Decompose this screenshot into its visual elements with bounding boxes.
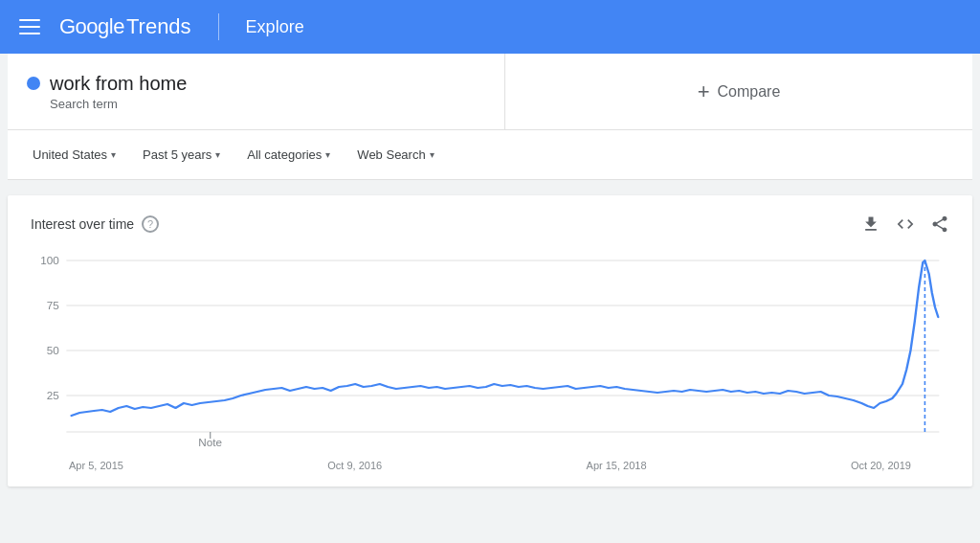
- search-area: work from home Search term + Compare: [8, 54, 972, 130]
- time-filter[interactable]: Past 5 years ▾: [133, 142, 230, 168]
- trend-chart: 100 75 50 25 Note: [31, 245, 949, 456]
- xaxis-label-2: Oct 9, 2016: [327, 460, 382, 471]
- xaxis-labels: Apr 5, 2015 Oct 9, 2016 Apr 15, 2018 Oct…: [31, 456, 949, 471]
- svg-text:100: 100: [40, 255, 59, 266]
- search-type-filter-label: Web Search: [357, 147, 425, 162]
- svg-text:Note: Note: [198, 437, 222, 448]
- compare-plus-icon: +: [698, 79, 710, 104]
- region-filter[interactable]: United States ▾: [23, 142, 125, 168]
- search-term-top: work from home: [27, 73, 485, 95]
- filters-bar: United States ▾ Past 5 years ▾ All categ…: [8, 130, 972, 180]
- header-divider: [218, 13, 219, 40]
- chart-container: 100 75 50 25 Note: [31, 245, 949, 456]
- menu-icon[interactable]: [15, 15, 44, 38]
- search-type-filter[interactable]: Web Search ▾: [347, 142, 443, 168]
- svg-text:50: 50: [47, 345, 59, 356]
- svg-text:75: 75: [47, 300, 59, 311]
- share-button[interactable]: [930, 215, 949, 234]
- chart-section: Interest over time ? 100 75 50 25: [8, 195, 972, 486]
- trends-logo: Trends: [126, 14, 191, 39]
- search-term-text: work from home: [50, 73, 187, 95]
- embed-button[interactable]: [896, 215, 915, 234]
- google-logo: Google: [59, 14, 124, 39]
- download-button[interactable]: [861, 215, 880, 234]
- svg-text:25: 25: [47, 390, 59, 401]
- compare-label: Compare: [718, 83, 781, 101]
- explore-label: Explore: [246, 17, 304, 37]
- category-filter-label: All categories: [247, 147, 322, 162]
- search-type-chevron-icon: ▾: [430, 149, 434, 160]
- help-icon[interactable]: ?: [142, 215, 159, 233]
- region-filter-label: United States: [33, 147, 107, 162]
- xaxis-label-3: Apr 15, 2018: [587, 460, 647, 471]
- logo-area: Google Trends: [59, 14, 191, 39]
- search-term-type-label: Search term: [50, 97, 485, 111]
- search-dot-indicator: [27, 77, 40, 90]
- category-chevron-icon: ▾: [325, 149, 330, 160]
- time-chevron-icon: ▾: [215, 149, 220, 160]
- compare-box[interactable]: + Compare: [505, 54, 972, 129]
- chart-title-area: Interest over time ?: [31, 215, 159, 233]
- chart-header: Interest over time ?: [31, 215, 949, 234]
- region-chevron-icon: ▾: [111, 149, 116, 160]
- chart-actions: [861, 215, 949, 234]
- time-filter-label: Past 5 years: [143, 147, 212, 162]
- xaxis-label-1: Apr 5, 2015: [69, 460, 123, 471]
- header-bar: Google Trends Explore: [0, 0, 980, 54]
- category-filter[interactable]: All categories ▾: [237, 142, 340, 168]
- search-term-box: work from home Search term: [8, 54, 505, 129]
- chart-title: Interest over time: [31, 216, 134, 232]
- xaxis-label-4: Oct 20, 2019: [851, 460, 911, 471]
